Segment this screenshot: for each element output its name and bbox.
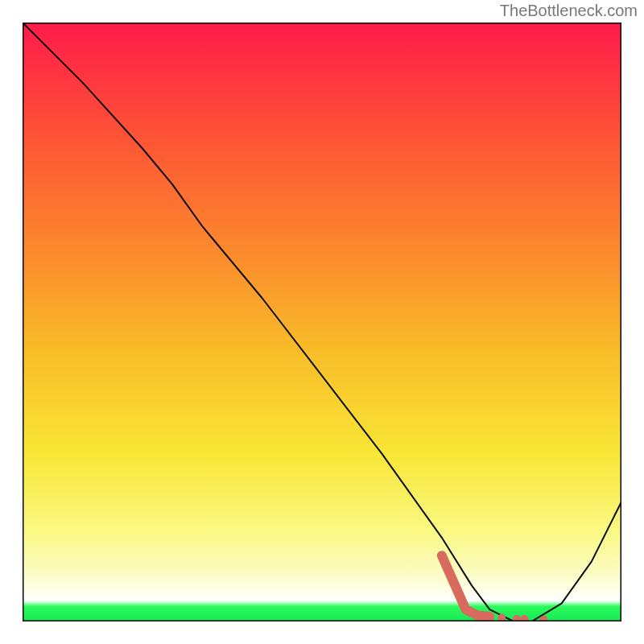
gradient-bg — [23, 23, 621, 621]
attribution-label: TheBottleneck.com — [500, 2, 638, 20]
chart-svg — [23, 23, 621, 621]
chart-area — [23, 23, 621, 621]
